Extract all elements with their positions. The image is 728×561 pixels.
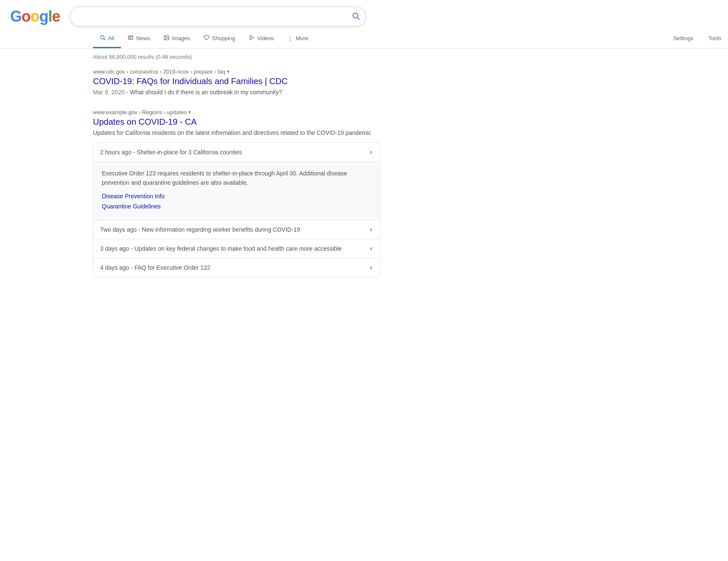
dropdown-arrow-icon[interactable]: ▾ [227,69,229,74]
news-item-4-headline: FAQ for Executive Order 122 [134,264,210,271]
tab-shopping[interactable]: Shopping [197,30,242,48]
result-cdc-snippet-text: What should I do if there is an outbreak… [130,89,282,96]
result-ca-title[interactable]: Updates on COVID-19 - CA [93,117,380,127]
news-item-2-text: Two days ago - New information regarding… [100,226,300,233]
news-items-list: 2 hours ago - Shelter-in-place for 3 Cal… [93,142,380,277]
tab-all[interactable]: All [93,30,121,48]
all-icon [100,35,106,42]
logo-letter-e: e [52,8,60,25]
svg-line-3 [104,39,105,40]
logo-letter-o2: o [30,8,39,25]
tab-shopping-label: Shopping [212,35,235,41]
search-button[interactable] [352,12,360,22]
logo-letter-g: G [10,8,22,25]
news-item-1-expanded: Executive Order 123 requires residents t… [93,162,380,220]
tab-news[interactable]: News [121,30,157,48]
tab-more[interactable]: ⋮ More [281,30,315,48]
news-item-1[interactable]: 2 hours ago - Shelter-in-place for 3 Cal… [93,143,380,162]
tools-label: Tools [709,35,721,41]
svg-point-9 [165,36,166,37]
images-icon [164,35,169,42]
news-item-3-dash: - [131,245,134,252]
chevron-up-icon [369,149,373,155]
result-ca-updates: www.example.gov › Regions › updates ▾ Up… [93,109,380,277]
chevron-down-icon-4 [369,265,373,271]
chevron-down-icon-3 [369,246,373,252]
news-item-1-headline: Shelter-in-place for 3 California counti… [136,149,242,156]
search-icon [352,12,360,20]
result-cdc-snippet: Mar 8, 2020 - What should I do if there … [93,88,380,97]
settings-label: Settings [673,35,693,41]
news-item-1-text: 2 hours ago - Shelter-in-place for 3 Cal… [100,149,242,156]
result-cdc: www.cdc.gov › coronavirus › 2019-ncov › … [93,68,380,97]
tab-news-label: News [136,35,150,41]
tab-settings[interactable]: Settings [667,30,700,48]
shopping-icon [204,35,210,42]
nav-tabs: All News Images Shopping Videos ⋮ More S… [0,26,728,49]
videos-icon [249,35,255,42]
svg-marker-10 [250,36,253,40]
result-cdc-url: www.cdc.gov › coronavirus › 2019-ncov › … [93,68,380,75]
search-input[interactable]: coronavirus in ca [70,7,366,26]
tab-more-label: More [296,35,308,41]
result-ca-url: www.example.gov › Regions › updates ▾ [93,109,380,115]
search-bar-container: coronavirus in ca [70,7,366,26]
news-item-4-time: 4 days ago [100,264,129,271]
news-icon [128,35,134,42]
disease-prevention-link[interactable]: Disease Prevention Info [102,193,371,200]
news-item-3-time: 3 days ago [100,245,129,252]
result-ca-description: Updates for California residents on the … [93,129,380,138]
result-cdc-title[interactable]: COVID-19: FAQs for Individuals and Famil… [93,77,380,86]
tab-images-label: Images [172,35,190,41]
news-item-3-headline: Updates on key federal changes to make f… [134,245,342,252]
results-container: About 88,800,000 results (0.48 seconds) … [0,49,380,277]
news-item-2-headline: New information regarding worker benefit… [142,226,300,233]
logo-letter-o1: o [22,8,30,25]
more-dots-icon: ⋮ [287,35,293,42]
tab-videos-label: Videos [257,35,274,41]
news-item-2[interactable]: Two days ago - New information regarding… [93,220,380,239]
tab-images[interactable]: Images [157,30,197,48]
news-item-2-time: Two days ago [100,226,136,233]
logo-letter-l: l [48,8,52,25]
nav-settings-tools: Settings Tools [667,30,728,48]
ca-dropdown-arrow-icon[interactable]: ▾ [188,109,191,115]
news-item-3[interactable]: 3 days ago - Updates on key federal chan… [93,239,380,258]
tab-videos[interactable]: Videos [242,30,281,48]
result-cdc-date: Mar 8, 2020 [93,89,125,96]
news-item-3-text: 3 days ago - Updates on key federal chan… [100,245,342,252]
result-cdc-url-text: www.cdc.gov › coronavirus › 2019-ncov › … [93,68,225,75]
google-logo: Google [10,8,60,25]
quarantine-guidelines-link[interactable]: Quarantine Guidelines [102,203,371,210]
logo-letter-g2: g [39,8,48,25]
news-item-4-dash: - [131,264,134,271]
header: Google coronavirus in ca [0,0,728,26]
news-item-4-text: 4 days ago - FAQ for Executive Order 122 [100,264,210,271]
result-cdc-snippet-dash: - [126,89,130,96]
chevron-down-icon-2 [369,227,373,233]
tab-all-label: All [108,35,114,41]
news-item-1-expanded-text: Executive Order 123 requires residents t… [102,169,371,188]
svg-line-1 [357,17,360,19]
result-ca-url-text: www.example.gov › Regions › updates [93,109,187,115]
news-item-2-dash: - [138,226,142,233]
tab-tools[interactable]: Tools [702,30,728,48]
news-item-4[interactable]: 4 days ago - FAQ for Executive Order 122 [93,258,380,277]
results-stats: About 88,800,000 results (0.48 seconds) [93,54,380,60]
news-item-1-time: 2 hours ago [100,149,131,156]
